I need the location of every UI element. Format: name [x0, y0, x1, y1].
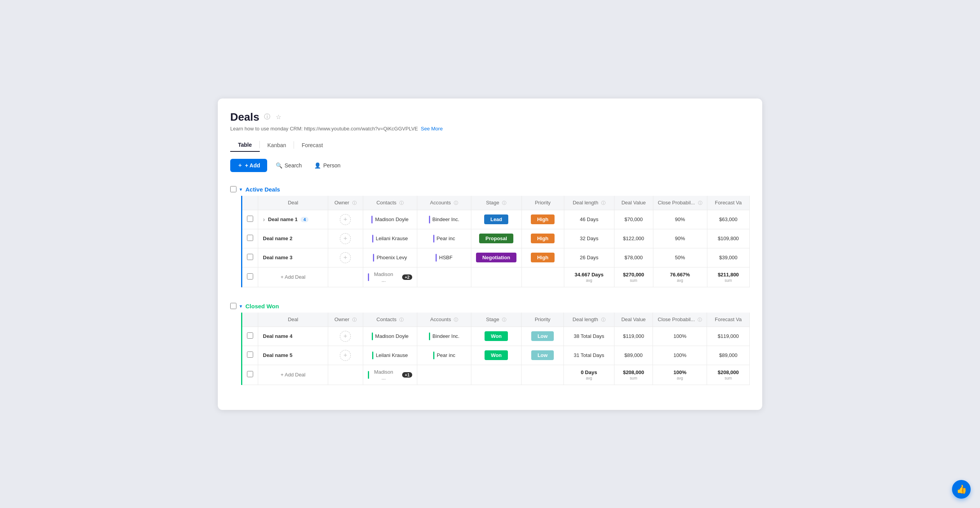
row4-stage-cell: Won — [471, 327, 522, 346]
row3-forecast-val-cell: $39,000 — [707, 248, 750, 267]
table-row: Deal name 5 ＋ Leilani Krause — [242, 346, 750, 365]
row4-stage-badge[interactable]: Won — [485, 331, 508, 341]
active-deals-add-row: + Add Deal Madison ... +2 — [242, 267, 750, 287]
row1-forecast-val-cell: $63,000 — [707, 210, 750, 229]
closed-won-checkbox[interactable] — [230, 303, 236, 309]
row3-checkbox[interactable] — [247, 254, 253, 260]
row3-stage-badge[interactable]: Negotiation — [476, 253, 516, 262]
row5-contacts-cell: Leilani Krause — [363, 346, 417, 365]
row1-deal-length-cell: 46 Days — [564, 210, 614, 229]
row1-deal-name: Deal name 1 — [268, 216, 298, 222]
active-deals-checkbox[interactable] — [230, 186, 236, 192]
add-deal-contacts-extra[interactable]: +2 — [402, 274, 413, 280]
row1-priority-badge[interactable]: High — [531, 214, 555, 224]
row2-contacts[interactable]: Leilani Krause — [376, 236, 408, 241]
row5-contact-bar — [372, 352, 373, 359]
row3-close-prob-cell: 50% — [653, 248, 707, 267]
cw-add-deal-contacts-extra[interactable]: +1 — [402, 372, 413, 378]
active-deals-title: Active Deals — [245, 186, 280, 193]
add-deal-checkbox[interactable] — [247, 273, 253, 279]
main-card: Deals ⓘ ☆ Learn how to use monday CRM: h… — [218, 98, 762, 410]
cw-summary-deal-value: $208,000 — [623, 369, 644, 375]
row5-priority-badge[interactable]: Low — [531, 350, 554, 360]
th-close-prob-closed: Close Probabil... ⓘ — [653, 313, 707, 327]
row5-forecast-val-cell: $89,000 — [707, 346, 750, 365]
row5-checkbox[interactable] — [247, 352, 253, 358]
row5-owner-cell: ＋ — [328, 346, 363, 365]
row1-accounts[interactable]: Bindeer Inc. — [432, 216, 459, 222]
row1-stage-cell: Lead — [471, 210, 522, 229]
row1-expand-icon[interactable] — [263, 216, 265, 223]
row2-stage-badge[interactable]: Proposal — [479, 234, 513, 243]
row4-add-owner-icon[interactable]: ＋ — [340, 331, 351, 342]
cw-add-deal-contacts-cell: Madison ... +1 — [363, 365, 417, 385]
see-more-link[interactable]: See More — [421, 126, 443, 132]
row5-accounts[interactable]: Pear inc — [437, 352, 455, 358]
th-contacts-closed: Contacts ⓘ — [363, 313, 417, 327]
closed-won-table-wrapper: Deal Owner ⓘ Contacts ⓘ Accounts ⓘ Stage… — [241, 313, 750, 385]
row4-priority-badge[interactable]: Low — [531, 331, 554, 341]
add-deal-cell: + Add Deal — [258, 267, 328, 287]
row1-add-owner-icon[interactable]: ＋ — [340, 214, 351, 225]
row4-check-cell — [242, 327, 258, 346]
search-button[interactable]: 🔍 Search — [272, 160, 306, 171]
row3-contacts[interactable]: Phoenix Levy — [376, 255, 407, 260]
cw-add-deal-link[interactable]: + Add Deal — [281, 372, 306, 378]
accounts-info-icon-2: ⓘ — [454, 317, 458, 322]
row1-contact-bar — [371, 216, 373, 223]
row1-checkbox[interactable] — [247, 216, 253, 222]
row3-accounts[interactable]: HSBF — [439, 255, 453, 260]
th-forecast-active: Forecast Va — [707, 196, 750, 210]
tab-forecast[interactable]: Forecast — [294, 139, 331, 151]
row1-accounts-cell: Bindeer Inc. — [417, 210, 471, 229]
deal-length-info-icon: ⓘ — [601, 200, 606, 205]
row2-add-owner-icon[interactable]: ＋ — [340, 233, 351, 244]
table-row: Deal name 2 ＋ Leilani Krause — [242, 229, 750, 248]
cw-add-deal-priority-cell — [522, 365, 564, 385]
tab-table[interactable]: Table — [230, 139, 260, 152]
row3-add-owner-icon[interactable]: ＋ — [340, 252, 351, 263]
star-icon-button[interactable]: ☆ — [275, 112, 282, 121]
tab-kanban[interactable]: Kanban — [260, 139, 294, 151]
row1-contacts[interactable]: Madison Doyle — [375, 216, 408, 222]
cw-add-deal-cell: + Add Deal — [258, 365, 328, 385]
row2-account-bar — [433, 235, 434, 243]
info-icon-button[interactable]: ⓘ — [263, 112, 271, 122]
contacts-info-icon-2: ⓘ — [399, 317, 404, 322]
active-deals-chevron[interactable]: ▾ — [240, 186, 242, 192]
close-prob-info-icon-2: ⓘ — [698, 317, 702, 322]
row2-priority-badge[interactable]: High — [531, 234, 555, 243]
add-deal-length-cell: 34.667 Days avg — [564, 267, 614, 287]
add-deal-contacts-preview: Madison ... — [371, 271, 396, 283]
th-contacts-active: Contacts ⓘ — [363, 196, 417, 210]
row5-add-owner-icon[interactable]: ＋ — [340, 350, 351, 361]
row3-priority-badge[interactable]: High — [531, 253, 555, 262]
add-deal-link[interactable]: + Add Deal — [281, 274, 306, 280]
add-button[interactable]: ＋ + Add — [230, 159, 267, 172]
cw-add-deal-checkbox[interactable] — [247, 371, 253, 377]
row2-accounts[interactable]: Pear inc — [437, 236, 455, 241]
feedback-button[interactable]: 👍 — [952, 480, 971, 499]
person-icon: 👤 — [314, 162, 321, 169]
cw-summary-close-prob-label: avg — [677, 376, 683, 380]
th-priority-closed: Priority — [522, 313, 564, 327]
active-deals-table: Deal Owner ⓘ Contacts ⓘ Accounts ⓘ Stage… — [242, 196, 750, 287]
row3-deal-name: Deal name 3 — [263, 255, 292, 260]
table-row: Deal name 1 4 ＋ Madison Doyle — [242, 210, 750, 229]
contacts-info-icon: ⓘ — [399, 200, 404, 205]
th-stage-closed: Stage ⓘ — [471, 313, 522, 327]
row5-contacts[interactable]: Leilani Krause — [376, 352, 408, 358]
closed-won-chevron[interactable]: ▾ — [240, 303, 242, 309]
cw-add-deal-close-prob-cell: 100% avg — [653, 365, 707, 385]
row2-checkbox[interactable] — [247, 235, 253, 241]
row5-stage-badge[interactable]: Won — [485, 350, 508, 360]
person-button[interactable]: 👤 Person — [310, 160, 344, 171]
add-deal-contact-bar — [368, 273, 369, 281]
row4-checkbox[interactable] — [247, 332, 253, 339]
row4-contacts[interactable]: Madison Doyle — [375, 333, 409, 339]
add-deal-close-prob-cell: 76.667% avg — [653, 267, 707, 287]
row1-deal-cell: Deal name 1 4 — [258, 210, 328, 229]
row4-accounts[interactable]: Bindeer Inc. — [432, 333, 459, 339]
row1-stage-badge[interactable]: Lead — [484, 214, 508, 224]
row1-close-prob-cell: 90% — [653, 210, 707, 229]
